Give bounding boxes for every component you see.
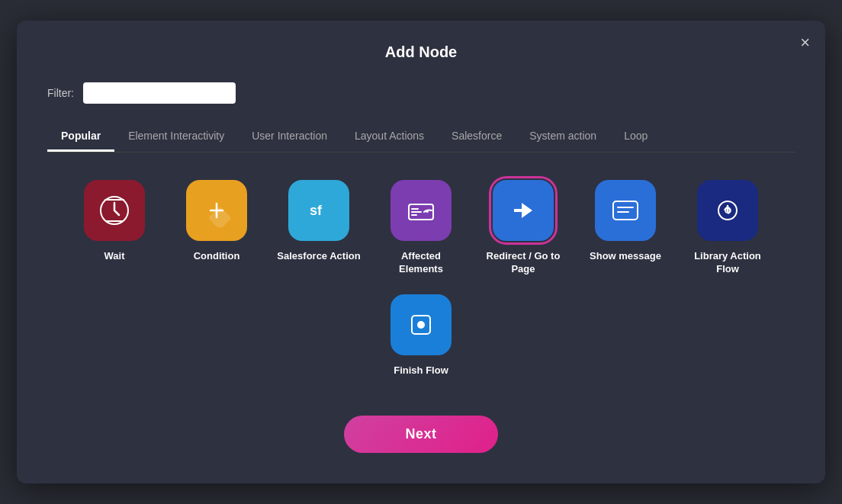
tab-element-interactivity[interactable]: Element Interactivity [114, 122, 238, 152]
filter-label: Filter: [47, 87, 74, 99]
node-icon-finish-flow [390, 294, 452, 355]
footer: Next [47, 416, 795, 453]
filter-input[interactable] [83, 82, 236, 104]
tab-system-action[interactable]: System action [516, 122, 610, 152]
tab-layout-actions[interactable]: Layout Actions [341, 122, 438, 152]
node-item-wait[interactable]: Wait [72, 180, 156, 276]
node-icon-show-message [595, 180, 656, 241]
node-icon-salesforce-action: sf [288, 180, 349, 241]
node-label-finish-flow: Finish Flow [394, 364, 448, 377]
node-item-condition[interactable]: Condition [175, 180, 259, 276]
filter-row: Filter: [47, 82, 795, 104]
node-label-redirect-go-to-page: Redirect / Go to Page [481, 250, 565, 276]
node-label-library-action-flow: Library Action Flow [686, 250, 770, 276]
node-label-affected-elements: Affected Elements [379, 250, 463, 276]
node-icon-redirect-go-to-page [493, 180, 554, 241]
node-item-finish-flow[interactable]: Finish Flow [379, 294, 463, 377]
node-label-salesforce-action: Salesforce Action [277, 250, 360, 263]
svg-point-4 [426, 210, 429, 213]
node-icon-wait [84, 180, 145, 241]
node-label-show-message: Show message [590, 250, 661, 263]
node-item-show-message[interactable]: Show message [583, 180, 667, 276]
svg-rect-5 [613, 201, 638, 220]
tab-loop[interactable]: Loop [610, 122, 661, 152]
modal-title: Add Node [47, 43, 795, 61]
next-button[interactable]: Next [344, 416, 497, 453]
add-node-modal: Add Node × Filter: PopularElement Intera… [17, 21, 825, 483]
node-item-redirect-go-to-page[interactable]: Redirect / Go to Page [481, 180, 565, 276]
svg-point-9 [417, 321, 425, 329]
tabs-bar: PopularElement InteractivityUser Interac… [47, 122, 795, 152]
tab-salesforce[interactable]: Salesforce [438, 122, 516, 152]
svg-text:sf: sf [310, 203, 323, 218]
node-label-condition: Condition [194, 250, 240, 263]
node-item-salesforce-action[interactable]: sf Salesforce Action [277, 180, 361, 276]
tab-popular[interactable]: Popular [47, 122, 114, 152]
tab-user-interaction[interactable]: User Interaction [238, 122, 341, 152]
nodes-grid: Wait Condition sf Salesforce Action Affe… [47, 180, 795, 377]
node-item-affected-elements[interactable]: Affected Elements [379, 180, 463, 276]
node-icon-condition [186, 180, 247, 241]
close-button[interactable]: × [800, 34, 810, 51]
node-label-wait: Wait [104, 250, 125, 263]
node-icon-affected-elements [390, 180, 452, 241]
node-icon-library-action-flow [697, 180, 758, 241]
node-item-library-action-flow[interactable]: Library Action Flow [686, 180, 770, 276]
